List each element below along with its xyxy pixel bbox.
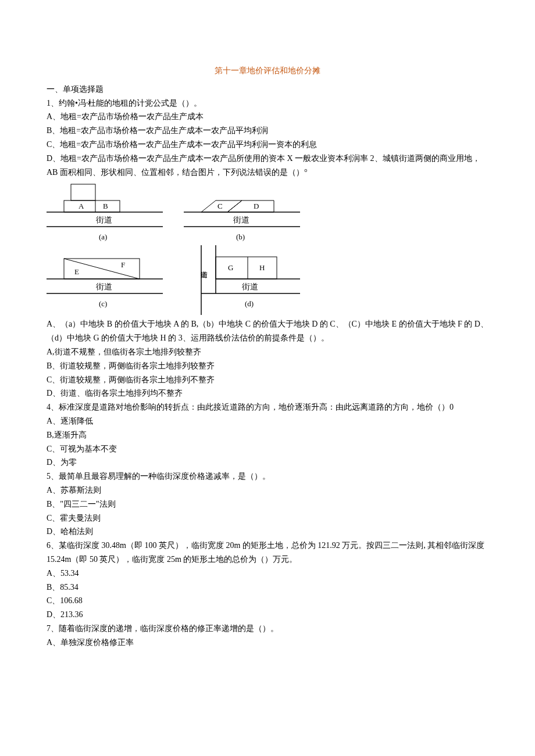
diagram-b: C D 街道 (b) (184, 181, 300, 245)
diag-d-street: 街道 (242, 282, 258, 291)
diag-b-street: 街道 (233, 216, 249, 224)
q1-option-b: B、地租=农产品市场价格一农产品生产成本一农产品平均利润 (47, 124, 488, 138)
question-5: 5、最简单且最容易理解的一种临街深度价格递减率，是（）。 (47, 470, 488, 483)
q7-option-a: A、单独深度价格修正率 (47, 636, 488, 650)
diag-c-label-f: F (121, 260, 125, 269)
diag-c-label-e: E (74, 267, 79, 276)
q6-option-a: A、53.34 (47, 567, 488, 581)
q1-option-a: A、地租=农产品市场价格一农产品生产成本 (47, 110, 488, 124)
diag-b-label-d: D (254, 202, 259, 210)
q1-option-d-and-q2: D、地租=农产品市场价格一农产品生产成本一农产品所使用的资本 X 一般农业资本利… (47, 152, 488, 180)
question-7: 7、随着临街深度的递增，临街深度价格的修正率递增的是（）。 (47, 622, 488, 636)
q3-option-a: A,街道不规整，但临街各宗土地排列较整齐 (47, 345, 488, 359)
q5-option-c: C、霍夫曼法则 (47, 511, 488, 525)
q5-option-d: D、哈柏法则 (47, 525, 488, 539)
q3-option-c: C、街道较规整，两侧临街各宗土地排列不整齐 (47, 373, 488, 387)
diagram-row-1: A B 街道 (a) C D 街道 (b) (47, 181, 488, 245)
diag-a-street: 街道 (96, 216, 112, 224)
q6-option-c: C、106.68 (47, 594, 488, 608)
q6-option-d: D、213.36 (47, 608, 488, 622)
diag-a-caption: (a) (99, 232, 107, 241)
diagram-row-2: E F 街道 (c) 街道 G H 街道 (d) (47, 245, 488, 315)
chapter-title: 第十一章地价评估和地价分摊 (47, 64, 488, 78)
diagram-d: 街道 G H 街道 (d) (184, 245, 300, 315)
q4-option-b: B,逐渐升高 (47, 428, 488, 442)
diagram-c: E F 街道 (c) (47, 245, 163, 315)
q5-option-a: A、苏慕斯法则 (47, 483, 488, 497)
q1-option-c: C、地租=农产品市场价格一农产品生产成本一农产品平均利润一资本的利息 (47, 138, 488, 152)
section-heading: 一、单项选择题 (47, 83, 488, 96)
question-1: 1、约翰•冯·杜能的地租的计党公式是（）。 (47, 96, 488, 110)
q4-option-a: A、逐渐降低 (47, 414, 488, 428)
question-6: 6、某临街深度 30.48m（即 100 英尺），临街宽度 20m 的矩形土地，… (47, 539, 488, 567)
q6-option-b: B、85.34 (47, 581, 488, 594)
diag-c-street: 街道 (96, 282, 112, 291)
q3-option-d: D、街道、临街各宗土地排列均不整齐 (47, 386, 488, 400)
diagram-container: A B 街道 (a) C D 街道 (b) E F 街道 (c) (47, 181, 488, 315)
diag-c-caption: (c) (99, 299, 107, 308)
q3-option-b: B、街道较规整，两侧临街各宗土地排列较整齐 (47, 359, 488, 373)
svg-rect-0 (71, 184, 95, 200)
diag-d-label-h: H (259, 263, 265, 272)
svg-rect-1 (64, 200, 120, 212)
q5-option-b: B、"四三二一"法则 (47, 497, 488, 511)
diag-d-caption: (d) (245, 299, 254, 308)
svg-rect-15 (216, 257, 277, 279)
diag-b-caption: (b) (236, 232, 245, 241)
diag-b-label-c: C (217, 202, 223, 210)
question-4: 4、标准深度是道路对地价影响的转折点：由此接近道路的方向，地价逐渐升高：由此远离… (47, 400, 488, 414)
diagram-a: A B 街道 (a) (47, 181, 163, 245)
diag-d-label-g: G (228, 263, 233, 272)
q4-option-d: D、为零 (47, 456, 488, 470)
q4-option-c: C、可视为基本不变 (47, 442, 488, 456)
q2-options-and-q3: A、（a）中地块 B 的价值大于地块 A 的 B,（b）中地块 C 的价值大于地… (47, 317, 488, 345)
svg-marker-6 (227, 200, 274, 212)
diag-a-label-b: B (103, 202, 108, 210)
diag-a-label-a: A (79, 202, 84, 210)
diag-d-side-street: 街道 (201, 271, 208, 278)
